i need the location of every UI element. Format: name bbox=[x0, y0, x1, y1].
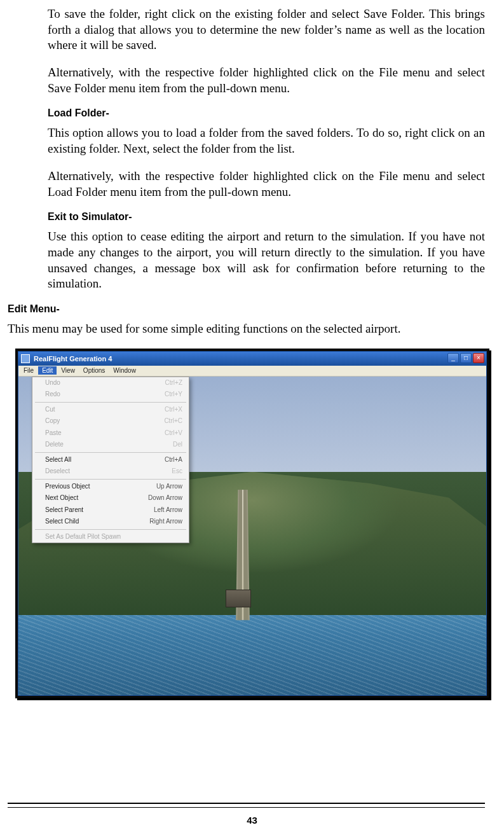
menu-separator bbox=[35, 452, 186, 453]
page-number: 43 bbox=[0, 815, 504, 826]
menu-item-paste[interactable]: Paste Ctrl+V bbox=[32, 427, 189, 439]
menu-item-undo[interactable]: Undo Ctrl+Z bbox=[32, 377, 189, 389]
menu-item-deselect[interactable]: Deselect Esc bbox=[32, 466, 189, 478]
scene-dock bbox=[226, 590, 251, 607]
menu-item-shortcut: Ctrl+Y bbox=[165, 391, 182, 399]
load-folder-paragraph-1: This option allows you to load a folder … bbox=[48, 125, 485, 156]
menu-item-label: Delete bbox=[45, 441, 64, 449]
save-folder-paragraph-2: Alternatively, with the respective folde… bbox=[48, 65, 485, 96]
window-title: RealFlight Generation 4 bbox=[34, 355, 112, 363]
menu-item-copy[interactable]: Copy Ctrl+C bbox=[32, 415, 189, 427]
menu-item-shortcut: Right Arrow bbox=[149, 518, 182, 526]
menu-item-label: Set As Default Pilot Spawn bbox=[45, 533, 121, 541]
menu-item-shortcut: Ctrl+C bbox=[164, 417, 182, 425]
minimize-button[interactable]: _ bbox=[447, 353, 459, 363]
save-folder-paragraph-1: To save the folder, right click on the e… bbox=[48, 6, 485, 53]
menu-item-label: Deselect bbox=[45, 467, 70, 476]
load-folder-heading: Load Folder- bbox=[48, 107, 485, 119]
menu-item-label: Undo bbox=[45, 379, 60, 387]
title-bar: RealFlight Generation 4 _ □ × bbox=[18, 352, 486, 366]
app-icon bbox=[21, 354, 30, 363]
menu-item-shortcut: Ctrl+Z bbox=[165, 379, 183, 387]
exit-simulator-paragraph: Use this option to cease editing the air… bbox=[48, 229, 485, 292]
edit-dropdown-menu: Undo Ctrl+Z Redo Ctrl+Y Cut Ctrl+X bbox=[32, 377, 189, 544]
menu-item-select-child[interactable]: Select Child Right Arrow bbox=[32, 516, 189, 528]
menu-separator bbox=[35, 529, 186, 530]
menu-item-shortcut: Ctrl+V bbox=[165, 429, 182, 438]
menu-item-label: Paste bbox=[45, 429, 62, 438]
menu-item-set-default-pilot-spawn[interactable]: Set As Default Pilot Spawn bbox=[32, 531, 189, 543]
menu-item-shortcut: Ctrl+A bbox=[165, 456, 182, 464]
menu-item-label: Previous Object bbox=[45, 483, 90, 491]
menu-item-redo[interactable]: Redo Ctrl+Y bbox=[32, 389, 189, 401]
menu-item-label: Next Object bbox=[45, 494, 78, 502]
app-window: RealFlight Generation 4 _ □ × File Edit … bbox=[18, 351, 487, 696]
menu-item-next-object[interactable]: Next Object Down Arrow bbox=[32, 492, 189, 504]
menu-edit[interactable]: Edit bbox=[38, 366, 57, 375]
menu-window[interactable]: Window bbox=[109, 366, 140, 375]
edit-menu-paragraph: This menu may be used for some simple ed… bbox=[8, 321, 485, 337]
menu-item-label: Select Child bbox=[45, 518, 79, 526]
load-folder-paragraph-2: Alternatively, with the respective folde… bbox=[48, 169, 485, 200]
menu-options[interactable]: Options bbox=[79, 366, 109, 375]
menu-item-previous-object[interactable]: Previous Object Up Arrow bbox=[32, 481, 189, 493]
menu-item-select-all[interactable]: Select All Ctrl+A bbox=[32, 454, 189, 466]
close-button[interactable]: × bbox=[473, 353, 484, 363]
menu-item-delete[interactable]: Delete Del bbox=[32, 439, 189, 451]
menu-item-label: Select Parent bbox=[45, 506, 83, 515]
menu-item-shortcut: Ctrl+X bbox=[165, 406, 182, 414]
menu-item-shortcut: Up Arrow bbox=[156, 483, 182, 491]
exit-simulator-heading: Exit to Simulator- bbox=[48, 211, 485, 223]
menu-file[interactable]: File bbox=[20, 366, 37, 375]
menu-item-cut[interactable]: Cut Ctrl+X bbox=[32, 404, 189, 416]
menu-item-label: Cut bbox=[45, 406, 55, 414]
viewport-3d[interactable]: Undo Ctrl+Z Redo Ctrl+Y Cut Ctrl+X bbox=[18, 377, 486, 695]
menu-item-label: Select All bbox=[45, 456, 71, 464]
footer-rule bbox=[8, 803, 485, 808]
menu-item-shortcut: Down Arrow bbox=[148, 494, 182, 502]
menu-view[interactable]: View bbox=[57, 366, 79, 375]
menu-item-shortcut: Esc bbox=[172, 467, 182, 476]
menu-bar: File Edit View Options Window bbox=[18, 366, 486, 377]
menu-item-shortcut: Del bbox=[173, 441, 182, 449]
screenshot-figure: RealFlight Generation 4 _ □ × File Edit … bbox=[15, 349, 489, 698]
menu-item-shortcut: Left Arrow bbox=[154, 506, 182, 515]
edit-menu-heading: Edit Menu- bbox=[8, 303, 485, 315]
menu-item-label: Redo bbox=[45, 391, 60, 399]
menu-separator bbox=[35, 479, 186, 480]
maximize-button[interactable]: □ bbox=[460, 353, 472, 363]
menu-item-select-parent[interactable]: Select Parent Left Arrow bbox=[32, 504, 189, 516]
menu-separator bbox=[35, 402, 186, 403]
menu-item-label: Copy bbox=[45, 417, 60, 425]
